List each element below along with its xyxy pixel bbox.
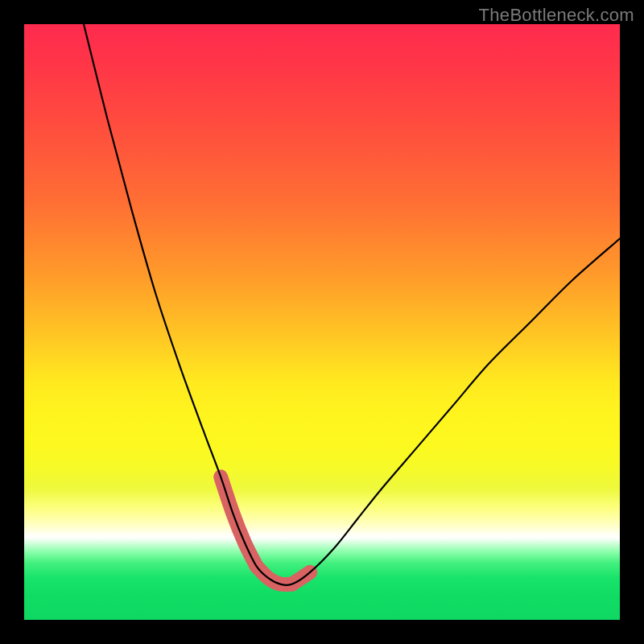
- plot-area: [24, 24, 620, 620]
- curve-layer: [24, 24, 620, 620]
- chart-stage: TheBottleneck.com: [0, 0, 644, 644]
- watermark-text: TheBottleneck.com: [479, 5, 634, 26]
- bottleneck-curve: [84, 24, 620, 585]
